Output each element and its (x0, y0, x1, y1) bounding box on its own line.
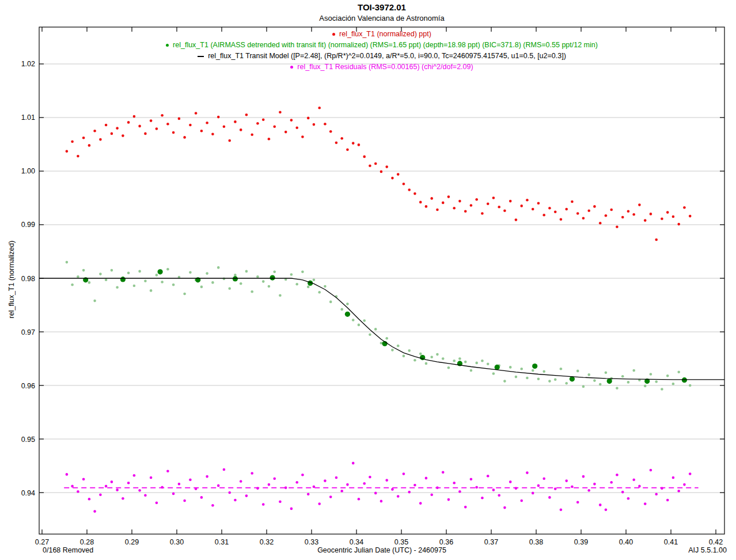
svg-text:0.36: 0.36 (439, 538, 453, 546)
svg-text:0.39: 0.39 (574, 538, 588, 546)
svg-text:0.99: 0.99 (21, 221, 35, 229)
svg-text:0.94: 0.94 (21, 489, 35, 497)
svg-text:0.35: 0.35 (394, 538, 408, 546)
svg-text:0.27: 0.27 (35, 538, 49, 546)
aij-plot-window: 0.270.280.290.300.310.320.330.340.350.36… (0, 0, 736, 560)
svg-text:0.30: 0.30 (170, 538, 184, 546)
svg-text:0.97: 0.97 (21, 328, 35, 336)
svg-text:0.41: 0.41 (664, 538, 678, 546)
svg-text:0.95: 0.95 (21, 436, 35, 444)
svg-text:0.28: 0.28 (80, 538, 94, 546)
svg-text:0.31: 0.31 (215, 538, 229, 546)
svg-text:0.38: 0.38 (529, 538, 543, 546)
svg-text:0.37: 0.37 (484, 538, 498, 546)
svg-text:0.40: 0.40 (619, 538, 633, 546)
svg-text:0.33: 0.33 (305, 538, 318, 546)
svg-text:1.01: 1.01 (21, 113, 35, 122)
svg-text:1.02: 1.02 (21, 60, 35, 68)
svg-text:0.34: 0.34 (350, 538, 363, 546)
svg-text:0.32: 0.32 (260, 538, 274, 546)
svg-text:1.00: 1.00 (21, 167, 35, 175)
svg-text:0.96: 0.96 (21, 382, 35, 390)
light-curve-plot-area[interactable]: 0.270.280.290.300.310.320.330.340.350.36… (0, 0, 736, 560)
svg-text:0.98: 0.98 (21, 275, 35, 283)
svg-text:0.42: 0.42 (709, 538, 723, 546)
svg-text:0.29: 0.29 (125, 538, 139, 546)
